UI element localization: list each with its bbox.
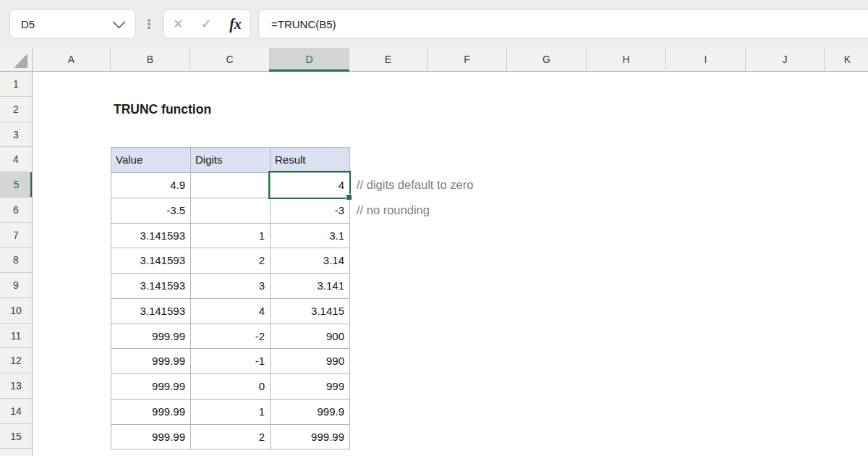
enter-icon[interactable]: ✓ <box>201 16 212 32</box>
column-header-H[interactable]: H <box>587 48 666 71</box>
fill-handle[interactable] <box>346 194 352 200</box>
cell-B10[interactable]: 3.141593 <box>111 299 191 324</box>
row-header-10[interactable]: 10 <box>0 298 32 324</box>
cell-B14[interactable]: 999.99 <box>111 400 191 425</box>
column-header-G[interactable]: G <box>507 48 587 71</box>
row-header-9[interactable]: 9 <box>0 273 32 298</box>
cell-B5[interactable]: 4.9 <box>111 173 191 198</box>
row-header-1[interactable]: 1 <box>0 72 32 97</box>
formula-text: =TRUNC(B5) <box>259 18 336 30</box>
cell-C13[interactable]: 0 <box>191 374 271 400</box>
formula-bar[interactable]: =TRUNC(B5) <box>258 9 868 38</box>
cell-D13[interactable]: 999 <box>271 374 350 400</box>
row-header-2[interactable]: 2 <box>0 97 32 122</box>
cell-B11[interactable]: 999.99 <box>111 324 191 350</box>
row-header-14[interactable]: 14 <box>0 399 32 424</box>
row-header-12[interactable]: 12 <box>0 348 32 373</box>
row-header-13[interactable]: 13 <box>0 373 32 399</box>
cell-C7[interactable]: 1 <box>191 224 271 249</box>
row-headers: 12345678910111213141516 <box>0 72 33 456</box>
cell-B4[interactable]: Value <box>111 148 191 173</box>
cell-D4[interactable]: Result <box>271 148 350 173</box>
row-header-8[interactable]: 8 <box>0 248 32 273</box>
select-all-triangle-icon <box>14 54 27 68</box>
cell-D10[interactable]: 3.1415 <box>271 299 350 324</box>
column-header-D[interactable]: D <box>270 48 349 71</box>
insert-function-icon[interactable]: fx <box>229 16 242 33</box>
cell-D11[interactable]: 900 <box>271 324 350 350</box>
more-options-icon[interactable]: ⋮ <box>142 9 156 38</box>
cell-B13[interactable]: 999.99 <box>111 374 191 400</box>
cell-D5[interactable]: 4 <box>271 173 350 198</box>
cell-C12[interactable]: -1 <box>191 349 271 374</box>
cell-B12[interactable]: 999.99 <box>111 349 191 374</box>
data-table: ValueDigitsResult4.94-3.5-33.14159313.13… <box>111 147 350 449</box>
row-header-7[interactable]: 7 <box>0 223 32 248</box>
row-header-16[interactable]: 16 <box>0 449 32 456</box>
row-header-15[interactable]: 15 <box>0 424 32 449</box>
cell-D7[interactable]: 3.1 <box>271 224 350 249</box>
cell-D9[interactable]: 3.141 <box>271 274 350 299</box>
cell-C10[interactable]: 4 <box>191 299 271 324</box>
cell-D8[interactable]: 3.14 <box>271 248 350 274</box>
chevron-down-icon[interactable] <box>112 15 125 28</box>
row-header-5[interactable]: 5 <box>0 172 33 198</box>
cell-C15[interactable]: 2 <box>191 425 271 450</box>
column-headers: ABCDEFGHIJK <box>0 48 868 72</box>
row-header-3[interactable]: 3 <box>0 122 32 148</box>
name-box[interactable]: D5 <box>9 9 136 38</box>
sheet-body: TRUNC functionValueDigitsResult4.94-3.5-… <box>33 72 868 456</box>
column-header-A[interactable]: A <box>33 48 111 71</box>
cell-C6[interactable] <box>191 198 271 224</box>
cell-C14[interactable]: 1 <box>191 400 271 425</box>
name-box-value: D5 <box>10 18 114 30</box>
cell-B2-title[interactable]: TRUNC function <box>114 97 211 122</box>
column-header-K[interactable]: K <box>825 48 868 71</box>
cell-E5-comment[interactable]: // digits default to zero <box>357 172 473 198</box>
row-header-6[interactable]: 6 <box>0 198 32 223</box>
cell-C4[interactable]: Digits <box>191 148 271 173</box>
column-header-B[interactable]: B <box>111 48 190 71</box>
formula-toolbar: D5 ⋮ ✕ ✓ fx =TRUNC(B5) <box>0 0 868 48</box>
cell-B15[interactable]: 999.99 <box>111 425 191 450</box>
cell-B7[interactable]: 3.141593 <box>111 224 191 249</box>
column-header-C[interactable]: C <box>190 48 270 71</box>
spreadsheet: ABCDEFGHIJK 12345678910111213141516 TRUN… <box>0 48 868 456</box>
excel-window: D5 ⋮ ✕ ✓ fx =TRUNC(B5) ABCDEFGHIJK 12345… <box>0 0 868 456</box>
cell-E6-comment[interactable]: // no rounding <box>357 198 430 223</box>
cell-D6[interactable]: -3 <box>271 198 350 224</box>
column-header-I[interactable]: I <box>666 48 746 71</box>
select-all-button[interactable] <box>0 48 33 71</box>
cell-B6[interactable]: -3.5 <box>111 198 191 224</box>
column-header-F[interactable]: F <box>427 48 507 71</box>
cell-C9[interactable]: 3 <box>191 274 271 299</box>
cell-D15[interactable]: 999.99 <box>271 425 350 450</box>
cell-D12[interactable]: 990 <box>271 349 350 374</box>
row-header-4[interactable]: 4 <box>0 147 32 172</box>
cancel-icon[interactable]: ✕ <box>173 17 183 32</box>
cell-B9[interactable]: 3.141593 <box>111 274 191 299</box>
cell-C8[interactable]: 2 <box>191 248 271 274</box>
column-header-E[interactable]: E <box>349 48 427 71</box>
cell-D14[interactable]: 999.9 <box>271 400 350 425</box>
formula-buttons: ✕ ✓ fx <box>163 9 251 38</box>
column-header-J[interactable]: J <box>746 48 825 71</box>
cell-C5[interactable] <box>191 173 271 198</box>
cell-B8[interactable]: 3.141593 <box>111 248 191 274</box>
row-header-11[interactable]: 11 <box>0 324 32 349</box>
cell-C11[interactable]: -2 <box>191 324 271 350</box>
